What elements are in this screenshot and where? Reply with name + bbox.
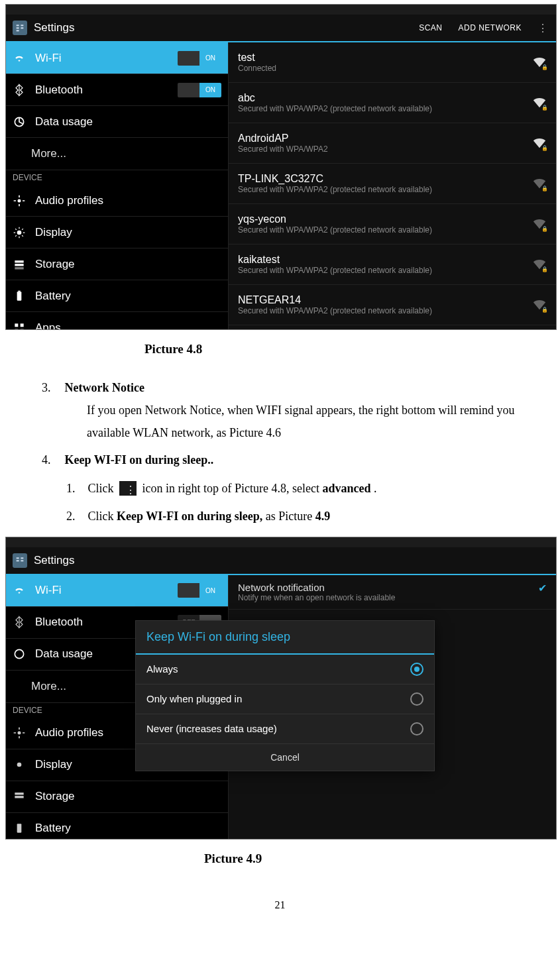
battery-icon <box>13 290 26 303</box>
bluetooth-icon <box>13 83 26 97</box>
radio-icon <box>410 692 423 706</box>
storage-icon <box>13 258 26 271</box>
wifi-toggle[interactable]: ON <box>178 51 221 66</box>
wifi-signal-icon: 🔒 <box>532 96 547 109</box>
dialog-option[interactable]: Only when plugged in <box>136 684 434 714</box>
dialog-title: Keep Wi-Fi on during sleep <box>136 621 434 655</box>
dialog-option-label: Only when plugged in <box>146 693 410 704</box>
settings-app-icon <box>13 21 27 35</box>
wifi-security-label: Secured with WPA/WPA2 (protected network… <box>238 225 526 235</box>
bluetooth-toggle[interactable]: ON <box>178 83 221 97</box>
lock-icon: 🔒 <box>541 145 548 151</box>
svg-rect-10 <box>15 267 23 269</box>
list-item-4: 4. Keep WI-FI on during sleep.. <box>42 449 555 471</box>
category-label: Wi-Fi <box>35 52 178 65</box>
wifi-signal-icon: 🔒 <box>532 217 547 231</box>
svg-rect-11 <box>17 292 22 300</box>
wifi-network-item[interactable]: TP-LINK_3C327CSecured with WPA/WPA2 (pro… <box>229 164 556 204</box>
overflow-menu-icon[interactable]: ⋮ <box>530 22 556 34</box>
svg-rect-14 <box>21 323 24 327</box>
figure-caption: Picture 4.9 <box>204 851 555 866</box>
svg-rect-0 <box>17 25 19 26</box>
category-label: Battery <box>35 290 228 303</box>
document-body-text: Picture 4.9 <box>5 851 555 866</box>
wifi-ssid: AndroidAP <box>238 133 526 144</box>
wifi-ssid: NETGEAR14 <box>238 294 526 306</box>
svg-rect-13 <box>15 323 18 327</box>
wifi-ssid: kaikatest <box>238 254 526 266</box>
figure-4-8: Settings SCAN ADD NETWORK ⋮ Wi-Fi ON <box>5 4 557 330</box>
data-usage-icon <box>13 115 26 129</box>
wifi-signal-icon: 🔒 <box>532 258 547 271</box>
figure-caption: Picture 4.8 <box>144 342 555 356</box>
wifi-icon <box>13 52 26 65</box>
overflow-menu-icon-inline <box>119 481 137 496</box>
wifi-signal-icon: 🔒 <box>532 177 547 190</box>
wifi-signal-icon: 🔒 <box>532 136 547 150</box>
radio-icon <box>410 722 423 735</box>
dialog-backdrop: Keep Wi-Fi on during sleep AlwaysOnly wh… <box>6 537 556 839</box>
svg-rect-3 <box>21 27 23 28</box>
lock-icon: 🔒 <box>541 186 548 191</box>
apps-icon <box>13 321 26 331</box>
wifi-ssid: yqs-yecon <box>238 213 526 225</box>
category-label: Apps <box>35 321 228 331</box>
dialog-option[interactable]: Always <box>136 655 434 684</box>
category-storage[interactable]: Storage <box>6 248 228 280</box>
radio-icon <box>410 663 423 676</box>
wifi-network-item[interactable]: yqs-yeconSecured with WPA/WPA2 (protecte… <box>229 204 556 245</box>
action-bar-title: Settings <box>34 21 74 34</box>
lock-icon: 🔒 <box>541 226 548 232</box>
svg-rect-9 <box>15 264 23 266</box>
wifi-network-item[interactable]: abcSecured with WPA/WPA2 (protected netw… <box>229 83 556 123</box>
document-body-text: Picture 4.8 3. Network Notice If you ope… <box>5 342 555 527</box>
sublist-item-2: 2. Click Keep WI-FI on during sleep, as … <box>66 506 555 527</box>
status-bar <box>6 5 556 15</box>
wifi-ssid: TP-LINK_3C327C <box>238 173 526 185</box>
lock-icon: 🔒 <box>541 64 548 70</box>
dialog-option[interactable]: Never (increases data usage) <box>136 714 434 744</box>
dialog-cancel-button[interactable]: Cancel <box>136 744 434 771</box>
wifi-signal-icon: 🔒 <box>532 56 547 69</box>
svg-point-7 <box>17 230 22 235</box>
category-bluetooth[interactable]: Bluetooth ON <box>6 74 228 106</box>
scan-button[interactable]: SCAN <box>411 23 450 32</box>
wifi-network-item[interactable]: NETGEAR14Secured with WPA/WPA2 (protecte… <box>229 285 556 325</box>
wifi-security-label: Secured with WPA/WPA2 (protected network… <box>238 185 526 194</box>
category-more[interactable]: More... <box>6 138 228 170</box>
category-label: Storage <box>35 258 228 271</box>
category-data-usage[interactable]: Data usage <box>6 106 228 138</box>
category-label: Display <box>35 226 228 239</box>
svg-rect-12 <box>18 290 20 292</box>
category-audio-profiles[interactable]: Audio profiles <box>6 185 228 217</box>
svg-point-6 <box>18 199 21 202</box>
wifi-security-label: Connected <box>238 64 526 73</box>
category-display[interactable]: Display <box>6 217 228 248</box>
add-network-button[interactable]: ADD NETWORK <box>451 23 530 32</box>
display-icon <box>13 226 26 239</box>
wifi-ssid: test <box>238 52 526 64</box>
wifi-network-item[interactable]: AndroidAPSecured with WPA/WPA2🔒 <box>229 123 556 164</box>
page-number: 21 <box>5 899 555 911</box>
figure-4-9: Settings Wi-Fi ON Bluetoo <box>5 537 557 840</box>
wifi-network-item[interactable]: kaikatestSecured with WPA/WPA2 (protecte… <box>229 245 556 285</box>
wifi-signal-icon: 🔒 <box>532 298 547 311</box>
svg-rect-2 <box>17 27 19 28</box>
svg-rect-15 <box>15 329 18 330</box>
list-item-3: 3. Network Notice If you open Network No… <box>42 376 555 445</box>
wifi-security-label: Secured with WPA/WPA2 (protected network… <box>238 306 526 315</box>
wifi-security-label: Secured with WPA/WPA2 (protected network… <box>238 266 526 275</box>
settings-category-list: Wi-Fi ON Bluetooth ON <box>6 42 229 330</box>
category-wifi[interactable]: Wi-Fi ON <box>6 42 228 74</box>
lock-icon: 🔒 <box>541 105 548 111</box>
wifi-network-list: testConnected🔒abcSecured with WPA/WPA2 (… <box>229 42 556 330</box>
category-apps[interactable]: Apps <box>6 312 228 330</box>
svg-rect-1 <box>21 25 23 26</box>
wifi-network-item[interactable]: DOA-test <box>229 325 556 330</box>
category-label: Bluetooth <box>35 83 178 97</box>
lock-icon: 🔒 <box>541 307 548 313</box>
category-battery[interactable]: Battery <box>6 280 228 312</box>
category-label: Data usage <box>35 115 228 129</box>
wifi-network-item[interactable]: testConnected🔒 <box>229 42 556 83</box>
wifi-ssid: abc <box>238 92 526 104</box>
